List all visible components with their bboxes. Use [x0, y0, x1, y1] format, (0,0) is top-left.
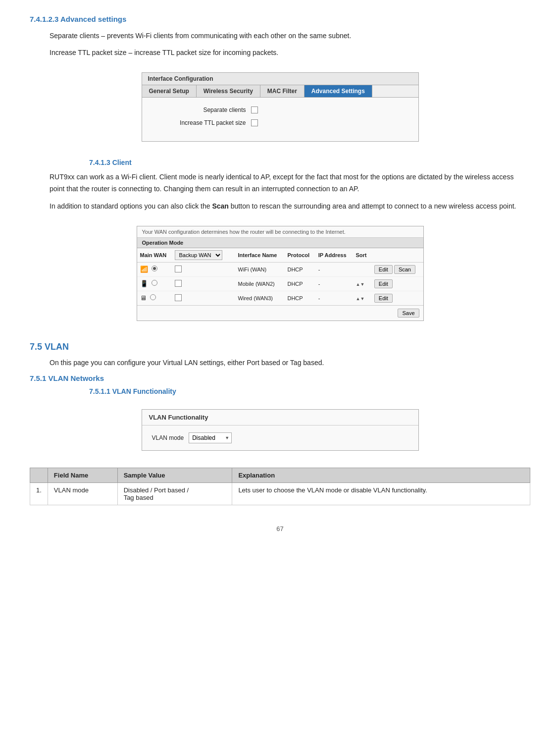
table-header-sample: Sample Value	[117, 468, 232, 483]
mobile-icon: 📱	[140, 280, 148, 287]
heading-751: 7.5.1 VLAN Networks	[30, 374, 530, 382]
sort-arrows-mobile[interactable]: ▲▼	[356, 282, 364, 287]
client-desc2: In addition to standard options you can …	[50, 201, 530, 212]
backup-wan-select[interactable]: Backup WAN	[175, 250, 222, 260]
interface-config-box: Interface Configuration General Setup Wi…	[142, 72, 419, 142]
wan-row-sort-wifi	[353, 262, 371, 276]
tab-mac-filter[interactable]: MAC Filter	[260, 85, 305, 97]
wan-row-spacer	[225, 276, 235, 291]
table-cell-explanation: Lets user to choose the VLAN mode or dis…	[232, 483, 530, 505]
wan-row-actions-wifi: Edit Scan	[371, 262, 423, 276]
wan-radio-wired[interactable]	[150, 294, 156, 300]
wired-icon: 🖥	[140, 294, 147, 302]
wan-table: Main WAN Backup WAN Interface Name Proto…	[137, 248, 423, 305]
wan-row-name-wifi: WiFi (WAN)	[235, 262, 285, 276]
wan-save-row: Save	[137, 305, 423, 320]
wan-row-spacer	[225, 262, 235, 276]
wan-col-actions	[371, 248, 423, 263]
vlan-mode-label: VLAN mode	[152, 434, 184, 441]
sort-arrows-wired[interactable]: ▲▼	[356, 297, 364, 301]
increase-ttl-text: Increase TTL packet size – increase TTL …	[50, 47, 530, 58]
separate-clients-checkbox[interactable]	[251, 107, 258, 113]
backup-checkbox-wired[interactable]	[175, 294, 182, 301]
wan-row-sort-wired: ▲▼	[353, 291, 371, 305]
table-cell-num: 1.	[30, 483, 48, 505]
increase-ttl-label: Increase TTL packet size	[152, 119, 251, 126]
table-row: 📱 Mobile (WAN2) DHCP - ▲▼ Edit	[137, 276, 423, 291]
wan-row-protocol-wifi: DHCP	[284, 262, 315, 276]
wan-radio-mobile[interactable]	[152, 280, 157, 286]
wan-col-main: Main WAN	[137, 248, 172, 263]
wan-info-text: Your WAN configuration determines how th…	[137, 226, 423, 238]
scan-bold: Scan	[212, 202, 228, 210]
wan-radio-wifi[interactable]	[152, 266, 157, 271]
increase-ttl-row: Increase TTL packet size	[152, 119, 408, 126]
heading-7511: 7.5.1.1 VLAN Functionality	[89, 387, 530, 395]
wan-row-actions-wired: Edit	[371, 291, 423, 305]
page-number: 67	[30, 525, 530, 533]
separate-clients-label: Separate clients	[152, 107, 251, 113]
table-header-num	[30, 468, 48, 483]
wan-row-protocol-mobile: DHCP	[284, 276, 315, 291]
separate-clients-text: Separate clients – prevents Wi-Fi client…	[50, 30, 530, 41]
wan-row-checkbox-mobile	[172, 276, 225, 291]
wan-row-ip-wifi: -	[315, 262, 353, 276]
interface-body: Separate clients Increase TTL packet siz…	[142, 98, 418, 141]
wan-row-actions-mobile: Edit	[371, 276, 423, 291]
wan-row-name-mobile: Mobile (WAN2)	[235, 276, 285, 291]
wan-col-protocol: Protocol	[284, 248, 315, 263]
wan-row-icon: 📶	[137, 262, 172, 276]
table-cell-sample: Disabled / Port based /Tag based	[117, 483, 232, 505]
wan-row-ip-wired: -	[315, 291, 353, 305]
increase-ttl-checkbox[interactable]	[251, 119, 258, 126]
wan-save-button[interactable]: Save	[398, 309, 419, 318]
tab-wireless-security[interactable]: Wireless Security	[197, 85, 260, 97]
tab-general-setup[interactable]: General Setup	[142, 85, 197, 97]
wan-row-protocol-wired: DHCP	[284, 291, 315, 305]
backup-checkbox-mobile[interactable]	[175, 280, 182, 287]
edit-mobile-button[interactable]: Edit	[374, 279, 393, 288]
wan-col-backup: Backup WAN	[172, 248, 225, 263]
wan-config-box: Your WAN configuration determines how th…	[137, 226, 424, 321]
client-desc1: RUT9xx can work as a Wi-Fi client. Clien…	[50, 171, 530, 195]
vlan-functionality-box: VLAN Functionality VLAN mode Disabled Po…	[142, 409, 419, 451]
heading-743: 7.4.1.2.3 Advanced settings	[30, 15, 530, 23]
wan-row-sort-mobile: ▲▼	[353, 276, 371, 291]
wan-row-checkbox-wifi	[172, 262, 225, 276]
heading-75: 7.5 VLAN	[30, 342, 530, 352]
vlan-desc: On this page you can configure your Virt…	[50, 357, 530, 368]
edit-wifi-button[interactable]: Edit	[374, 265, 393, 274]
interface-config-title: Interface Configuration	[142, 73, 418, 85]
table-row: 1. VLAN mode Disabled / Port based /Tag …	[30, 483, 530, 505]
table-header-field: Field Name	[48, 468, 117, 483]
vlan-functionality-title: VLAN Functionality	[142, 410, 418, 426]
wifi-icon: 📶	[140, 266, 148, 273]
vlan-data-table: Field Name Sample Value Explanation 1. V…	[30, 468, 530, 505]
vlan-select-wrap: Disabled Port based Tag based	[189, 432, 232, 443]
interface-tabs: General Setup Wireless Security MAC Filt…	[142, 85, 418, 98]
table-row: 📶 WiFi (WAN) DHCP - Edit Scan	[137, 262, 423, 276]
edit-wired-button[interactable]: Edit	[374, 294, 393, 303]
wan-col-ip: IP Address	[315, 248, 353, 263]
scan-wifi-button[interactable]: Scan	[394, 265, 415, 274]
wan-col-interface: Interface Name	[235, 248, 285, 263]
table-cell-field: VLAN mode	[48, 483, 117, 505]
table-header-explanation: Explanation	[232, 468, 530, 483]
vlan-mode-row: VLAN mode Disabled Port based Tag based	[142, 426, 418, 450]
wan-col-sort: Sort	[353, 248, 371, 263]
wan-col-spacer	[225, 248, 235, 263]
heading-7413: 7.4.1.3 Client	[89, 159, 530, 166]
wan-row-checkbox-wired	[172, 291, 225, 305]
vlan-mode-select[interactable]: Disabled Port based Tag based	[189, 432, 232, 443]
table-row: 🖥 Wired (WAN3) DHCP - ▲▼ Edit	[137, 291, 423, 305]
tab-advanced-settings[interactable]: Advanced Settings	[305, 85, 372, 97]
separate-clients-row: Separate clients	[152, 107, 408, 113]
wan-row-icon: 🖥	[137, 291, 172, 305]
wan-operation-mode-title: Operation Mode	[137, 238, 423, 248]
wan-row-name-wired: Wired (WAN3)	[235, 291, 285, 305]
wan-row-spacer	[225, 291, 235, 305]
backup-checkbox-wifi[interactable]	[175, 266, 182, 272]
wan-row-icon: 📱	[137, 276, 172, 291]
wan-row-ip-mobile: -	[315, 276, 353, 291]
